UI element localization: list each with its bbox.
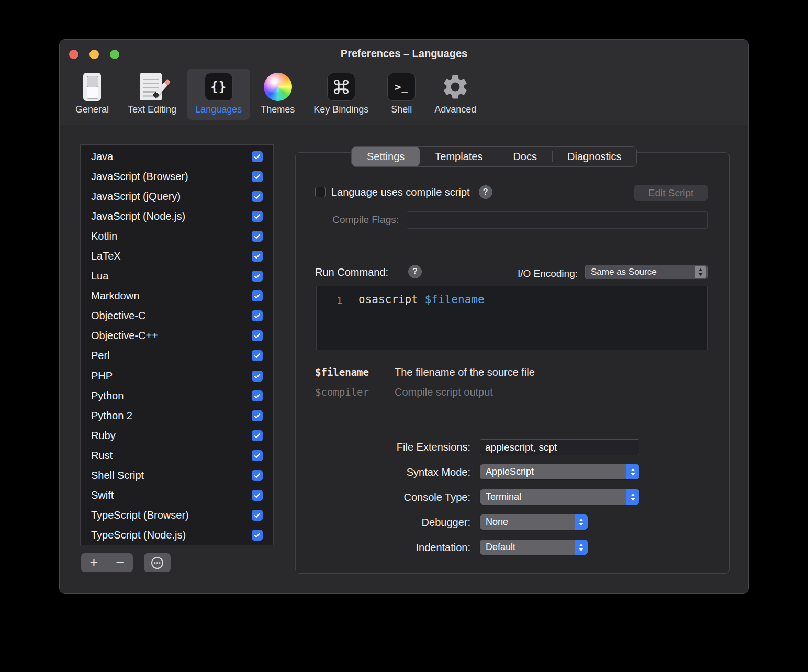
language-row[interactable]: Swift [81,486,273,506]
language-row[interactable]: TypeScript (Node.js) [81,525,273,545]
checkmark-icon [253,472,261,479]
variable-row: $compiler Compile script output [315,386,493,398]
checkmark-icon [253,392,261,400]
language-row[interactable]: JavaScript (Node.js) [81,206,273,226]
language-checkbox[interactable] [252,390,263,401]
language-row[interactable]: Objective-C [81,306,273,326]
toolbar-item-languages[interactable]: {} Languages [187,69,250,120]
terminal-icon: >_ [387,72,416,102]
checkmark-icon [253,212,261,220]
io-encoding-popup[interactable]: Same as Source [585,265,708,279]
language-list-actions: + − [81,553,171,572]
debugger-label: Debugger: [313,515,470,530]
more-options-button[interactable] [144,553,171,572]
compile-help-button[interactable]: ? [479,185,492,199]
indentation-value: Default [480,542,575,553]
toolbar-item-text-editing[interactable]: Text Editing [119,69,185,120]
compile-script-row: Language uses compile script ? [315,185,492,199]
tab-settings[interactable]: Settings [352,147,420,166]
language-checkbox[interactable] [252,191,263,202]
io-encoding-label: I/O Encoding: [473,268,578,279]
language-name: Swift [91,489,252,501]
language-checkbox[interactable] [252,510,263,521]
language-checkbox[interactable] [252,450,263,461]
language-checkbox[interactable] [252,371,263,382]
toolbar-item-shell[interactable]: >_ Shell [379,69,424,120]
language-checkbox[interactable] [252,490,263,501]
language-row[interactable]: Shell Script [81,466,273,486]
language-name: TypeScript (Browser) [91,509,252,521]
console-type-popup[interactable]: Terminal [480,489,639,505]
stepper-icon [575,514,588,530]
add-language-button[interactable]: + [81,553,107,572]
toolbar-item-key-bindings[interactable]: Key Bindings [305,69,377,120]
debugger-popup[interactable]: None [480,514,588,530]
variable-description: The filename of the source file [395,366,535,378]
language-checkbox[interactable] [252,271,263,282]
language-checkbox[interactable] [252,410,263,421]
checkmark-icon [253,372,261,380]
checkmark-icon [253,531,261,539]
toolbar-item-advanced[interactable]: Advanced [426,69,485,120]
stepper-icon [626,464,639,479]
language-name: Shell Script [91,469,252,481]
indentation-popup[interactable]: Default [480,540,588,555]
file-extensions-field[interactable] [480,439,639,455]
syntax-mode-popup[interactable]: AppleScript [480,464,639,479]
language-checkbox[interactable] [252,231,263,242]
toolbar-item-themes[interactable]: Themes [252,69,303,120]
language-name: Python 2 [91,410,252,422]
language-checkbox[interactable] [252,330,263,341]
language-row[interactable]: JavaScript (jQuery) [81,186,273,206]
braces-icon: {} [205,72,233,102]
tab-diagnostics[interactable]: Diagnostics [552,147,636,166]
edit-script-button[interactable]: Edit Script [634,185,708,201]
compile-flags-field[interactable] [407,211,708,229]
language-checkbox[interactable] [252,171,263,182]
language-row[interactable]: Lua [81,266,273,286]
run-command-editor[interactable]: 1 osascript$filename [316,286,708,350]
tab-docs[interactable]: Docs [498,147,552,166]
language-row[interactable]: Ruby [81,425,273,445]
variable-name: $compiler [315,386,395,398]
language-name: Objective-C [91,310,252,322]
run-command-help-button[interactable]: ? [408,265,422,278]
language-checkbox[interactable] [252,211,263,222]
language-row[interactable]: Java [81,147,273,166]
language-row[interactable]: LaTeX [81,246,273,266]
language-name: Markdown [91,290,252,302]
compile-script-checkbox[interactable] [315,187,326,197]
language-row[interactable]: Kotlin [81,226,273,246]
language-row[interactable]: Rust [81,445,273,465]
stepper-icon [626,489,639,505]
code-command: osascript [358,293,418,306]
console-type-value: Terminal [480,491,626,502]
language-checkbox[interactable] [252,251,263,262]
language-checkbox[interactable] [252,151,263,162]
checkmark-icon [253,272,261,280]
language-name: JavaScript (Node.js) [91,210,252,222]
language-row[interactable]: TypeScript (Browser) [81,506,273,525]
language-checkbox[interactable] [252,350,263,361]
language-row[interactable]: JavaScript (Browser) [81,166,273,186]
gear-icon [441,72,470,102]
checkmark-icon [253,511,261,519]
language-row[interactable]: Python [81,386,273,406]
language-row[interactable]: Python 2 [81,406,273,425]
compile-flags-label: Compile Flags: [299,214,399,226]
language-row[interactable]: Markdown [81,286,273,306]
language-row[interactable]: Objective-C++ [81,326,273,346]
language-checkbox[interactable] [252,530,263,541]
toolbar-item-label: Key Bindings [313,104,368,115]
toolbar-item-general[interactable]: General [67,69,117,120]
language-checkbox[interactable] [252,310,263,321]
language-row[interactable]: Perl [81,346,273,366]
console-type-label: Console Type: [313,490,470,505]
language-checkbox[interactable] [252,470,263,481]
language-name: Perl [91,350,252,362]
language-row[interactable]: PHP [81,366,273,386]
tab-templates[interactable]: Templates [420,147,498,166]
language-checkbox[interactable] [252,430,263,441]
language-checkbox[interactable] [252,290,263,301]
remove-language-button[interactable]: − [107,553,133,572]
